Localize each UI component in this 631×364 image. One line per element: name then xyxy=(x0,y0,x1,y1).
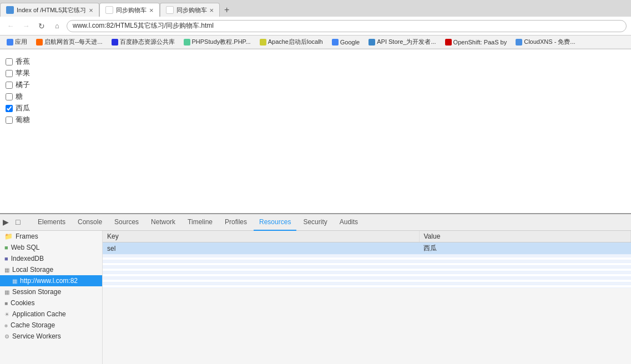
checkbox-xigua-input[interactable] xyxy=(6,105,13,112)
sidebar-item-websql[interactable]: ■ Web SQL xyxy=(0,242,102,253)
cachestorage-icon: ⎈ xyxy=(4,322,8,328)
checkbox-putao-label: 葡糖 xyxy=(16,115,30,125)
url-input[interactable] xyxy=(67,20,627,32)
sidebar-item-frames[interactable]: 📁 Frames xyxy=(0,231,102,242)
checkbox-xiangJiao: 香蕉 xyxy=(6,57,625,67)
bookmark-apps[interactable]: 应用 xyxy=(3,37,31,47)
device-icon[interactable]: □ xyxy=(16,218,26,228)
tab-1[interactable]: Index of /HTML5其它练习 × xyxy=(0,3,99,17)
tab-2-close[interactable]: × xyxy=(149,6,154,14)
tab-profiles-label: Profiles xyxy=(225,218,247,226)
tab-3-close[interactable]: × xyxy=(210,6,214,14)
sidebar-websql-label: Web SQL xyxy=(11,244,40,251)
sidebar-item-localstorage-child[interactable]: ▦ http://www.l.com:82 xyxy=(0,275,102,286)
bookmark-google-label: Google xyxy=(340,39,360,46)
bookmarks-bar: 应用 启航网首页--每天进... 百度静态资源公共库 PHPStudy教程.PH… xyxy=(0,36,631,49)
tab-3[interactable]: 同步购物车 × xyxy=(160,3,220,17)
sidebar-item-indexeddb[interactable]: ■ IndexedDB xyxy=(0,253,102,264)
checkbox-juzi: 橘子 xyxy=(6,80,625,90)
tab-3-title: 同步购物车 xyxy=(176,6,207,14)
forward-button[interactable]: → xyxy=(20,20,32,32)
bookmark-openshift[interactable]: OpenShift: PaaS by xyxy=(442,38,511,47)
bookmark-apache-icon xyxy=(260,39,266,46)
indexeddb-icon: ■ xyxy=(4,255,8,262)
sidebar-item-appcache[interactable]: ☀ Application Cache xyxy=(0,309,102,320)
home-button[interactable]: ⌂ xyxy=(51,20,63,32)
bookmark-phpstudy-label: PHPStudy教程.PHP... xyxy=(192,38,251,46)
bookmark-apistore[interactable]: API Store_为开发者... xyxy=(365,37,439,47)
checkbox-xigua: 西瓜 xyxy=(6,103,625,113)
back-button[interactable]: ← xyxy=(4,20,17,32)
tab-audits[interactable]: Audits xyxy=(334,214,364,231)
table-scroll[interactable]: Key Value sel西瓜 xyxy=(103,231,631,364)
websql-icon: ■ xyxy=(4,244,8,251)
checkbox-xiangJiao-input[interactable] xyxy=(6,58,13,65)
sidebar-item-cachestorage[interactable]: ⎈ Cache Storage xyxy=(0,320,102,331)
checkbox-putao-input[interactable] xyxy=(6,117,13,124)
tab-1-close[interactable]: × xyxy=(89,6,93,14)
bookmark-baidu[interactable]: 百度静态资源公共库 xyxy=(108,37,178,47)
tab-timeline[interactable]: Timeline xyxy=(182,214,218,231)
tab-elements[interactable]: Elements xyxy=(32,214,71,231)
tab-sources[interactable]: Sources xyxy=(109,214,144,231)
sidebar-item-cookies[interactable]: ■ Cookies xyxy=(0,297,102,309)
sidebar-cachestorage-label: Cache Storage xyxy=(11,321,55,329)
checkbox-xigua-label: 西瓜 xyxy=(16,103,30,113)
tab-network[interactable]: Network xyxy=(145,214,181,231)
checkbox-putao: 葡糖 xyxy=(6,115,625,125)
checkbox-juzi-input[interactable] xyxy=(6,82,13,89)
appcache-icon: ☀ xyxy=(4,311,9,317)
devtools-panel: ▶ □ Elements Console Sources Network Tim… xyxy=(0,213,631,364)
tab-1-icon xyxy=(6,6,14,14)
bookmark-cloudxns-label: CloudXNS - 免费... xyxy=(524,38,575,46)
inspect-icon[interactable]: ▶ xyxy=(3,218,13,228)
checkbox-tang-input[interactable] xyxy=(6,93,13,100)
tab-resources[interactable]: Resources xyxy=(254,214,296,231)
tab-audits-label: Audits xyxy=(340,218,358,226)
browser-chrome: Index of /HTML5其它练习 × 同步购物车 × 同步购物车 × + … xyxy=(0,0,631,49)
localstorage-icon: ▦ xyxy=(4,267,9,273)
bookmark-cloudxns[interactable]: CloudXNS - 免费... xyxy=(512,37,578,47)
serviceworkers-icon: ⚙ xyxy=(4,333,9,340)
sidebar-item-serviceworkers[interactable]: ⚙ Service Workers xyxy=(0,331,102,342)
tab-console[interactable]: Console xyxy=(72,214,108,231)
bookmark-apps-label: 应用 xyxy=(15,38,27,46)
tab-security[interactable]: Security xyxy=(297,214,332,231)
tab-2-icon xyxy=(105,6,113,14)
bookmark-openshift-label: OpenShift: PaaS by xyxy=(453,39,507,46)
bookmark-apache[interactable]: Apache启动后localh xyxy=(256,37,326,47)
tab-2[interactable]: 同步购物车 × xyxy=(99,3,160,17)
sidebar-item-localstorage[interactable]: ▦ Local Storage xyxy=(0,264,102,275)
tab-resources-label: Resources xyxy=(259,218,291,226)
checkbox-pingguo-input[interactable] xyxy=(6,70,13,77)
table-row[interactable]: sel西瓜 xyxy=(103,242,631,255)
refresh-button[interactable]: ↻ xyxy=(36,20,48,32)
sidebar-appcache-label: Application Cache xyxy=(12,310,66,318)
tab-console-label: Console xyxy=(78,218,102,226)
tab-sources-label: Sources xyxy=(114,218,139,226)
bookmark-apache-label: Apache启动后localh xyxy=(268,38,323,46)
bookmark-google[interactable]: Google xyxy=(329,38,363,47)
devtools-main-panel: Key Value sel西瓜 xyxy=(103,231,631,364)
table-cell-key xyxy=(103,285,419,288)
checkbox-tang: 糖 xyxy=(6,92,625,102)
checkbox-pingguo: 苹果 xyxy=(6,68,625,78)
bookmark-phpstudy-icon xyxy=(184,39,190,46)
table-row[interactable] xyxy=(103,285,631,288)
sidebar-item-sessionstorage[interactable]: ▦ Session Storage xyxy=(0,286,102,297)
sidebar-cookies-label: Cookies xyxy=(11,299,34,307)
new-tab-button[interactable]: + xyxy=(220,3,234,17)
sidebar-serviceworkers-label: Service Workers xyxy=(12,332,61,340)
bookmark-qihoo-label: 启航网首页--每天进... xyxy=(44,38,103,46)
bookmark-apps-icon xyxy=(7,39,13,46)
bookmark-cloudxns-icon xyxy=(516,39,522,46)
bookmark-qihoo-icon xyxy=(36,39,43,46)
tab-bar: Index of /HTML5其它练习 × 同步购物车 × 同步购物车 × + xyxy=(0,0,631,17)
tab-network-label: Network xyxy=(151,218,175,226)
tab-profiles[interactable]: Profiles xyxy=(219,214,253,231)
bookmark-phpstudy[interactable]: PHPStudy教程.PHP... xyxy=(180,37,254,47)
bookmark-qihoo[interactable]: 启航网首页--每天进... xyxy=(33,37,106,47)
tab-timeline-label: Timeline xyxy=(188,218,213,226)
tab-security-label: Security xyxy=(303,218,327,226)
sidebar-localstorage-child-label: http://www.l.com:82 xyxy=(20,277,78,285)
